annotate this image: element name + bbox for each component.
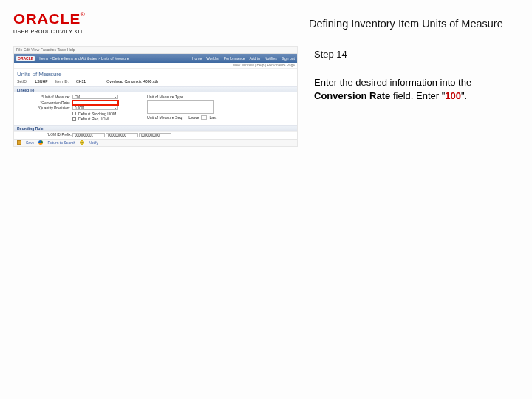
instr-post: ". — [461, 90, 467, 101]
item-desc: Overhead Cantankiv. 4000.cth — [106, 79, 158, 83]
page-footer: Save Return to Search ? Notify — [14, 139, 297, 146]
page-utility-links[interactable]: New Window | Help | Personalize Page — [14, 63, 297, 69]
uom-label: *Unit of Measure: — [17, 95, 70, 99]
itemid-value: CH11 — [76, 79, 86, 83]
uom-prefix-row: *UOM ID Prefix: 0000000001 0000000000 00… — [14, 131, 297, 139]
uom-prefix-1[interactable]: 0000000001 — [72, 133, 105, 137]
brand-logo: ORACLE® USER PRODUCTIVITY KIT — [13, 7, 124, 34]
uom-seq-label: Unit of Measure Seq — [147, 115, 182, 120]
uom-seq-last: Last — [209, 115, 216, 120]
instruction-text: Enter the desired information into the C… — [314, 76, 519, 102]
rounding-rule-bar: Rounding Rule — [14, 125, 297, 131]
header-fields: SetID: LSUHP Item ID: CH11 Overhead Cant… — [14, 78, 297, 86]
uom-type-input[interactable] — [147, 100, 214, 114]
instr-mid: field. Enter " — [390, 90, 445, 101]
browser-menubar: File Edit View Favorites Tools Help — [14, 47, 297, 54]
qty-precision-value: 0.0001 — [75, 106, 85, 110]
uom-prefix-label: *UOM ID Prefix: — [17, 133, 72, 137]
conversion-rate-label: *Conversion Rate: — [17, 100, 70, 105]
notify-button[interactable]: Notify — [89, 140, 98, 145]
uom-prefix-3[interactable]: 0000000000 — [139, 133, 171, 137]
step-label: Step 14 — [314, 49, 519, 60]
tm-mark: ® — [81, 12, 86, 17]
nav-home[interactable]: Home — [192, 56, 202, 61]
nav-notifies[interactable]: Notifies — [265, 56, 277, 61]
uom-type-label: Unit of Measure Type — [147, 95, 183, 99]
oracle-wordmark: ORACLE® — [13, 12, 141, 27]
qty-precision-label: *Quantity Precision: — [17, 106, 70, 110]
return-icon — [38, 140, 43, 145]
left-form: *Unit of Measure: CM▾ *Conversion Rate: … — [17, 95, 143, 123]
uom-seq-leave: Leave — [188, 115, 199, 120]
linked-to-bar: Linked To — [14, 86, 297, 92]
chevron-down-icon: ▾ — [115, 106, 116, 110]
uom-select-value: CM — [75, 95, 80, 99]
default-stocking-label: Default Stocking UOM — [78, 112, 116, 116]
uom-prefix-2[interactable]: 0000000000 — [106, 133, 138, 137]
browser-menu-text: File Edit View Favorites Tools Help — [16, 47, 75, 52]
chevron-down-icon: ▾ — [115, 95, 116, 99]
nav-addto[interactable]: Add to — [249, 56, 259, 61]
nav-signout[interactable]: Sign out — [282, 56, 295, 61]
save-icon — [17, 140, 21, 145]
section-title: Units of Measure — [14, 69, 297, 78]
default-req-label: Default Req UOM — [78, 117, 109, 121]
notify-icon: ? — [80, 140, 84, 145]
uom-select[interactable]: CM▾ — [72, 95, 118, 99]
nav-perf[interactable]: Performance — [224, 56, 245, 61]
return-search-button[interactable]: Return to Search — [47, 140, 75, 145]
itemid-label: Item ID: — [55, 79, 69, 83]
right-form: Unit of Measure Type Unit of Measure Seq… — [147, 95, 294, 120]
instr-pre: Enter the desired information into the — [314, 77, 471, 88]
instr-value: 100 — [445, 90, 461, 101]
save-button[interactable]: Save — [26, 140, 34, 145]
oracle-word-text: ORACLE — [13, 12, 81, 27]
setid-value: LSUHP — [35, 79, 47, 83]
uom-seq-input[interactable] — [201, 115, 207, 120]
upk-subtitle: USER PRODUCTIVITY KIT — [13, 29, 124, 34]
instruction-column: Step 14 Enter the desired information in… — [314, 46, 519, 102]
breadcrumb: Items > Define Items and Attributes > Un… — [39, 56, 129, 61]
app-navbar: ORACLE Items > Define Items and Attribut… — [14, 54, 297, 63]
page-title: Defining Inventory Item Units of Measure — [124, 7, 503, 30]
default-req-checkbox[interactable] — [72, 117, 76, 121]
app-logo: ORACLE — [16, 56, 35, 61]
embedded-screenshot: File Edit View Favorites Tools Help ORAC… — [13, 46, 298, 147]
default-stocking-checkbox[interactable] — [72, 112, 76, 115]
instr-field-name: Conversion Rate — [314, 90, 390, 101]
qty-precision-select[interactable]: 0.0001▾ — [72, 106, 118, 110]
conversion-rate-input[interactable] — [72, 100, 118, 105]
nav-worklist[interactable]: Worklist — [206, 56, 219, 61]
setid-label: SetID: — [17, 79, 27, 83]
